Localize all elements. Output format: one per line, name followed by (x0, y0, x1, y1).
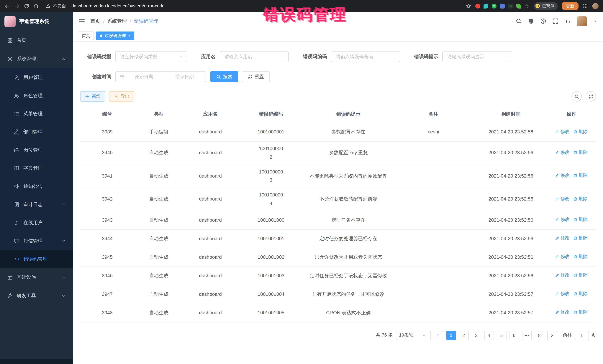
error-code-input[interactable] (331, 52, 400, 62)
edit-link[interactable]: 修改 (555, 234, 569, 242)
more-pages-button[interactable]: ••• (522, 331, 532, 340)
edit-link[interactable]: 修改 (555, 271, 569, 279)
delete-link[interactable]: 删除 (573, 234, 588, 242)
page-button-2[interactable]: 2 (459, 331, 468, 340)
edit-link[interactable]: 修改 (555, 290, 569, 298)
show-search-button[interactable] (571, 91, 582, 101)
sidebar-item-audit-log[interactable]: 审计日志 (0, 195, 73, 213)
app-name-input[interactable] (220, 52, 288, 62)
trash-icon (573, 130, 578, 134)
sidebar-item-sms-management[interactable]: 短信管理 (0, 232, 73, 250)
sidebar-item-notice-management[interactable]: 通知公告 (0, 177, 73, 195)
goto-page-input[interactable] (575, 331, 589, 340)
sidebar-item-dept-management[interactable]: 部门管理 (0, 123, 73, 141)
bookmark-star-icon[interactable] (466, 3, 471, 9)
user-avatar[interactable] (577, 16, 587, 26)
page-button-6[interactable]: 6 (509, 331, 519, 340)
github-icon[interactable] (528, 18, 534, 24)
paused-badge[interactable]: 已暂停 (533, 2, 558, 10)
back-icon[interactable] (4, 3, 10, 9)
search-icon[interactable] (516, 18, 522, 24)
sidebar-item-dev-tools[interactable]: 研发工具 (0, 287, 73, 305)
help-icon[interactable] (540, 18, 546, 24)
font-size-icon[interactable]: TT (565, 18, 571, 24)
col-header-id: 编号 (80, 110, 134, 119)
sidebar-item-menu-management[interactable]: 菜单管理 (0, 105, 73, 123)
caret-down-icon[interactable] (593, 19, 597, 23)
next-page-button[interactable] (547, 331, 557, 340)
cell-code: 1001001004 (237, 290, 304, 298)
browser-profile-avatar[interactable] (592, 3, 599, 9)
tab-错误码管理[interactable]: 错误码管理× (96, 32, 134, 40)
blue-grid-extension[interactable] (500, 3, 505, 8)
add-button[interactable]: 新增 (80, 91, 105, 101)
refresh-table-button[interactable] (586, 91, 596, 101)
submenu-system-management: 用户管理角色管理菜单管理部门管理岗位管理字典管理通知公告审计日志在线用户短信管理… (0, 68, 73, 268)
reload-icon[interactable] (24, 3, 29, 9)
sidebar-collapse-bar[interactable] (0, 359, 73, 364)
sidebar-item-home[interactable]: 首页 (0, 31, 73, 50)
edit-link[interactable]: 修改 (555, 149, 569, 156)
update-button[interactable]: 更新 (562, 2, 579, 10)
trash-icon (573, 273, 578, 277)
forward-icon[interactable] (14, 3, 20, 9)
edit-link[interactable]: 修改 (555, 172, 569, 180)
edit-link[interactable]: 修改 (555, 128, 569, 135)
breadcrumb-item[interactable]: 错误码管理 (134, 18, 158, 24)
delete-link[interactable]: 删除 (573, 253, 588, 261)
edit-link[interactable]: 修改 (555, 309, 569, 316)
prev-page-button[interactable] (434, 331, 443, 340)
filter-row-1: 错误码类型 请选择错误码类型 应用名 错误码编码 错误码提示 (80, 51, 596, 62)
delete-link[interactable]: 删除 (573, 195, 588, 203)
edit-link-label: 修改 (560, 271, 569, 279)
delete-link[interactable]: 删除 (573, 128, 588, 135)
close-tab-icon[interactable]: × (128, 34, 131, 38)
sidebar-item-online-users[interactable]: 在线用户 (0, 213, 73, 232)
delete-link-label: 删除 (579, 149, 588, 156)
sidebar-item-system-management[interactable]: 系统管理 (0, 50, 73, 68)
edit-link[interactable]: 修改 (555, 253, 569, 261)
address-bar[interactable]: 不安全 dashboard.yudao.iocoder.cn/system/er… (43, 3, 462, 9)
export-button[interactable]: 导出 (109, 91, 134, 101)
delete-link[interactable]: 删除 (573, 271, 588, 279)
page-size-select[interactable]: 10条/页 (396, 331, 431, 340)
on-badge-extension[interactable]: on (508, 3, 513, 8)
home-icon[interactable] (33, 3, 39, 9)
apps-grid-icon[interactable] (583, 3, 588, 9)
sidebar-item-dict-management[interactable]: 字典管理 (0, 159, 73, 177)
sidebar-item-role-management[interactable]: 角色管理 (0, 86, 73, 105)
puzzle-extension[interactable] (524, 3, 530, 9)
delete-link[interactable]: 删除 (573, 172, 588, 180)
breadcrumb-item[interactable]: 首页 (91, 18, 100, 24)
page-button-4[interactable]: 4 (484, 331, 494, 340)
edit-link[interactable]: 修改 (555, 195, 569, 203)
date-range-picker[interactable]: 开始日期 - 结束日期 (116, 71, 206, 82)
red-circle-extension[interactable] (475, 3, 480, 8)
delete-link[interactable]: 删除 (573, 216, 588, 223)
teal-drop-extension[interactable] (484, 3, 488, 8)
error-hint-input[interactable] (443, 52, 511, 62)
page-button-5[interactable]: 5 (497, 331, 506, 340)
error-code-type-select[interactable]: 请选择错误码类型 (116, 51, 187, 62)
green-v-extension[interactable]: V (492, 3, 497, 8)
page-button-8[interactable]: 8 (534, 331, 544, 340)
fullscreen-icon[interactable] (553, 18, 558, 24)
search-button[interactable]: 搜索 (210, 71, 238, 82)
edit-link[interactable]: 修改 (555, 216, 569, 223)
hamburger-icon[interactable] (79, 18, 85, 24)
sidebar-item-error-code-management[interactable]: 错误码管理 (0, 250, 73, 268)
sidebar-item-infrastructure[interactable]: 基础设施 (0, 268, 73, 287)
sidebar-item-user-management[interactable]: 用户管理 (0, 68, 73, 86)
tab-首页[interactable]: 首页 (78, 32, 94, 40)
leaf-extension[interactable] (516, 3, 521, 8)
app-logo[interactable]: 芋道管理系统 (0, 12, 73, 31)
tree-icon (14, 129, 19, 134)
reset-button[interactable]: 重置 (242, 71, 270, 82)
sidebar-item-post-management[interactable]: 岗位管理 (0, 141, 73, 159)
delete-link[interactable]: 删除 (573, 309, 588, 316)
delete-link[interactable]: 删除 (573, 290, 588, 298)
delete-link[interactable]: 删除 (573, 149, 588, 156)
page-button-3[interactable]: 3 (471, 331, 481, 340)
breadcrumb-item[interactable]: 系统管理 (107, 18, 127, 24)
page-button-1[interactable]: 1 (446, 331, 456, 340)
